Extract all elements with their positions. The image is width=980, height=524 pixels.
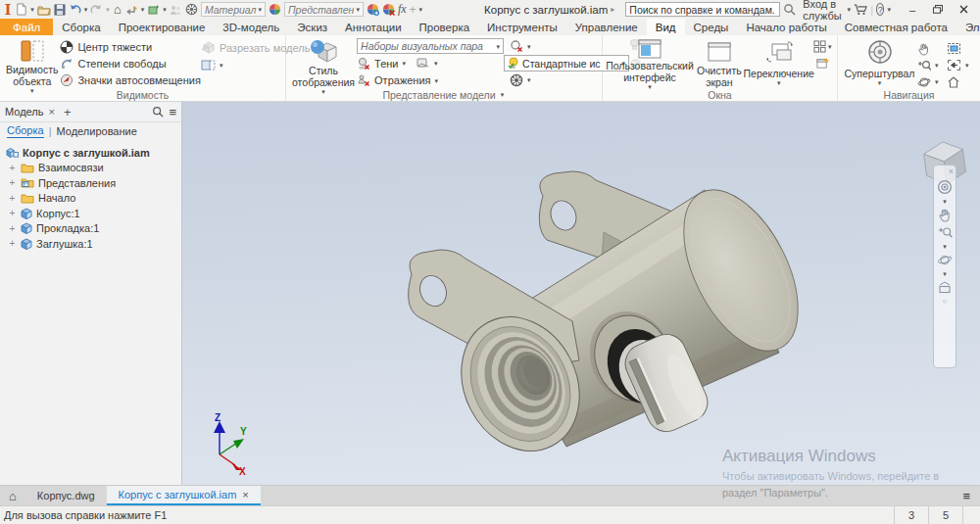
reflections-dropdown[interactable]: ▾ bbox=[435, 77, 439, 84]
title-expand-arrow[interactable]: ▸ bbox=[611, 6, 614, 14]
orbit-button[interactable]: ▾ bbox=[917, 73, 943, 90]
app-store-cart-icon[interactable] bbox=[854, 2, 867, 18]
doc-tab-close-icon[interactable]: × bbox=[242, 489, 248, 500]
tree-node-prokladka[interactable]: + Прокладка:1 bbox=[2, 221, 179, 237]
tile-windows-dropdown[interactable]: ▾ bbox=[828, 43, 832, 50]
center-of-gravity-button[interactable]: Центр тяжести bbox=[60, 39, 200, 55]
switch-windows-button[interactable]: Переключение ▾ bbox=[746, 38, 812, 88]
search-person-icon[interactable] bbox=[783, 2, 796, 18]
navbar-orbit-icon[interactable] bbox=[937, 253, 953, 267]
tab-electromechanical[interactable]: Электромеханический проект bbox=[956, 19, 980, 35]
tree-node-origin[interactable]: + Начало bbox=[2, 191, 179, 207]
browser-menu-icon[interactable]: ≡ bbox=[169, 105, 176, 119]
tab-sketch[interactable]: Эскиз bbox=[288, 19, 336, 35]
zoom-all-button[interactable] bbox=[947, 40, 976, 57]
display-style-button[interactable]: Стиль отображения ▾ bbox=[290, 38, 357, 88]
restore-button[interactable] bbox=[925, 1, 951, 18]
browser-add-tab-button[interactable]: + bbox=[64, 105, 72, 119]
tree-node-korpus[interactable]: + Корпус:1 bbox=[2, 206, 179, 221]
steering-wheel-button[interactable]: Суперштурвал ▾ bbox=[842, 38, 917, 88]
expander-icon[interactable]: + bbox=[8, 238, 17, 249]
browser-tab-model[interactable]: Модель bbox=[5, 106, 43, 118]
section-views-dropdown[interactable]: ▾ bbox=[220, 62, 223, 69]
tab-annotate[interactable]: Аннотации bbox=[336, 19, 410, 35]
doc-tab-korpus-s-zaglushkoy[interactable]: Корпус с заглушкой.iam × bbox=[107, 486, 261, 505]
doc-tab-korpus-dwg[interactable]: Корпус.dwg bbox=[25, 486, 107, 505]
tab-collaborate[interactable]: Совместная работа bbox=[836, 19, 956, 35]
tile-windows-button[interactable]: ▾ bbox=[813, 40, 832, 53]
tree-node-relationships[interactable]: + Взаимосвязи bbox=[2, 161, 179, 176]
save-button[interactable] bbox=[54, 2, 66, 18]
zoom-dropdown[interactable]: ▾ bbox=[935, 62, 939, 69]
help-button[interactable]: ? bbox=[876, 3, 885, 16]
navbar-zoom-icon[interactable] bbox=[938, 225, 953, 240]
expander-icon[interactable]: + bbox=[8, 163, 17, 173]
navbar-orbit-dropdown[interactable]: ▾ bbox=[943, 270, 947, 277]
navbar-pan-icon[interactable] bbox=[938, 208, 953, 222]
switch-windows-dropdown[interactable]: ▾ bbox=[777, 79, 781, 86]
undo-dropdown[interactable]: ▾ bbox=[84, 6, 88, 13]
undo-button[interactable] bbox=[69, 2, 81, 18]
appearance-combo[interactable]: Представлен ▾ bbox=[284, 2, 364, 17]
expander-icon[interactable]: + bbox=[8, 193, 17, 204]
ground-plane-button[interactable]: ▾ bbox=[416, 55, 438, 71]
filter-assembly-link[interactable]: Сборка bbox=[7, 124, 44, 138]
render-wheel-icon[interactable] bbox=[185, 2, 198, 18]
redo-button[interactable] bbox=[90, 2, 103, 18]
new-file-dropdown[interactable]: ▾ bbox=[30, 6, 34, 13]
select-button[interactable] bbox=[170, 2, 182, 18]
navbar-look-at-icon[interactable] bbox=[937, 280, 953, 294]
filter-modeling-link[interactable]: Моделирование bbox=[57, 125, 137, 137]
status-customize-menu-icon[interactable]: ≡ bbox=[962, 486, 970, 505]
return-button[interactable] bbox=[125, 2, 138, 18]
user-interface-button[interactable]: Пользовательский интерфейс ▾ bbox=[607, 38, 693, 88]
automate-glyphs-button[interactable]: Значки автосовмещения bbox=[60, 72, 200, 88]
tree-node-zaglushka[interactable]: + Заглушка:1 bbox=[2, 236, 179, 252]
appearance-combo-arrow[interactable]: ▾ bbox=[356, 6, 360, 13]
visual-styles-combo[interactable]: Наборы визуальных пара ▾ bbox=[357, 38, 504, 54]
material-combo[interactable]: Материал ▾ bbox=[201, 2, 266, 17]
minimize-button[interactable]: – bbox=[900, 1, 925, 18]
navbar-wheel-dropdown[interactable]: ▾ bbox=[943, 198, 947, 205]
expander-icon[interactable]: + bbox=[8, 177, 17, 188]
close-button[interactable] bbox=[951, 1, 976, 18]
update-button[interactable] bbox=[147, 2, 160, 18]
help-search[interactable] bbox=[625, 2, 780, 17]
tab-inspect[interactable]: Проверка bbox=[411, 19, 479, 35]
zoom-button[interactable]: ▾ bbox=[917, 57, 943, 73]
previous-view-dropdown[interactable]: ▾ bbox=[965, 62, 969, 69]
open-button[interactable] bbox=[37, 2, 51, 18]
panel-model-display-flyout[interactable]: ▼ bbox=[500, 92, 506, 98]
clear-appearance-icon[interactable] bbox=[382, 2, 395, 18]
tab-view[interactable]: Вид bbox=[647, 19, 685, 35]
degrees-of-freedom-button[interactable]: Степени свободы bbox=[60, 56, 200, 71]
expander-icon[interactable]: + bbox=[8, 223, 17, 234]
ambient-shadows-dropdown[interactable]: ▾ bbox=[527, 43, 531, 50]
help-dropdown[interactable]: ▾ bbox=[887, 6, 891, 13]
orbit-dropdown[interactable]: ▾ bbox=[935, 78, 939, 85]
help-search-input[interactable] bbox=[625, 2, 780, 17]
ground-plane-dropdown[interactable]: ▾ bbox=[434, 60, 438, 67]
expander-icon[interactable]: + bbox=[8, 208, 17, 218]
panel-model-display-title[interactable]: Представление модели ▼ bbox=[286, 89, 602, 101]
tab-tools[interactable]: Инструменты bbox=[478, 19, 566, 35]
pan-button[interactable] bbox=[917, 40, 943, 57]
tab-environments[interactable]: Среды bbox=[685, 19, 738, 35]
previous-view-button[interactable]: ▾ bbox=[947, 57, 976, 73]
navbar-steering-wheel-icon[interactable] bbox=[937, 179, 953, 195]
add-icon[interactable]: + bbox=[410, 3, 416, 17]
tab-design[interactable]: Проектирование bbox=[110, 19, 215, 35]
browser-tab-close-icon[interactable]: × bbox=[48, 106, 54, 118]
sign-in-dropdown[interactable]: ▾ bbox=[848, 6, 852, 13]
graphics-viewport[interactable]: × ▾ ▾ ▾ ○ Z Y X bbox=[182, 102, 980, 485]
home-tab-icon[interactable]: ⌂ bbox=[0, 486, 25, 505]
tab-3d-model[interactable]: 3D-модель bbox=[214, 19, 288, 35]
color-wheel-icon[interactable] bbox=[269, 2, 281, 18]
tab-assembly[interactable]: Сборка bbox=[53, 19, 109, 35]
tab-manage[interactable]: Управление bbox=[566, 19, 647, 35]
assembly-3d-model[interactable] bbox=[182, 102, 980, 485]
clean-screen-button[interactable]: Очистить экран bbox=[693, 38, 746, 88]
browser-search-icon[interactable] bbox=[152, 106, 164, 118]
shadows-button[interactable]: Тени ▾ bbox=[357, 55, 406, 71]
visual-styles-arrow[interactable]: ▾ bbox=[497, 43, 501, 50]
